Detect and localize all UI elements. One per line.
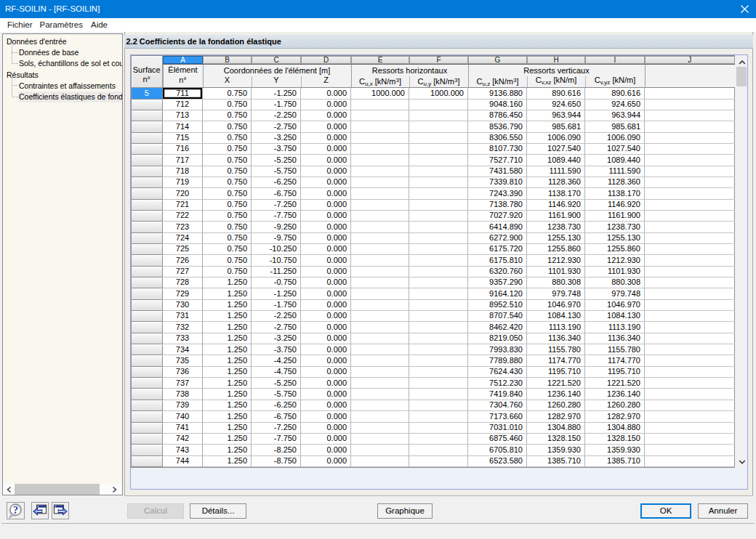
- svg-text:?: ?: [13, 505, 18, 516]
